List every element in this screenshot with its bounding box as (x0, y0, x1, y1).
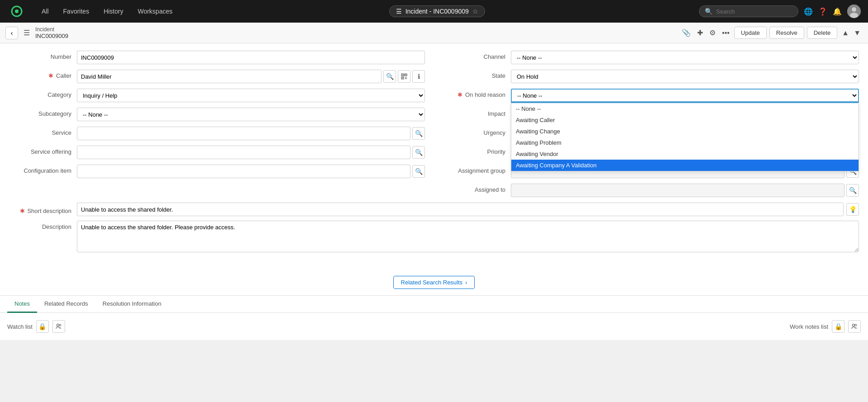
menu-icon[interactable]: ☰ (24, 28, 30, 37)
caller-qr-icon[interactable] (398, 70, 410, 83)
short-description-row: ✱ Short description 💡 (9, 203, 859, 216)
category-select[interactable]: Inquiry / Help Software Hardware Network (77, 89, 425, 102)
watchlist-lock-icon[interactable]: 🔒 (36, 320, 49, 333)
caller-required-star: ✱ (48, 72, 53, 79)
short-description-control: 💡 (77, 203, 859, 216)
settings-icon[interactable]: ⚙ (708, 27, 717, 39)
incident-pill[interactable]: ☰ Incident - INC0009009 ☆ (389, 5, 485, 17)
bell-icon[interactable]: 🔔 (833, 7, 842, 16)
description-textarea[interactable]: Unable to access the shared folder. Plea… (77, 221, 859, 252)
config-item-input[interactable] (77, 165, 410, 178)
logo[interactable] (7, 4, 26, 19)
add-to-favorites-icon[interactable]: ✚ (695, 27, 705, 39)
more-icon[interactable]: ••• (720, 27, 731, 39)
service-row: Service 🔍 (9, 127, 425, 141)
dropdown-option-awaiting-vendor[interactable]: Awaiting Vendor (511, 148, 859, 160)
update-button[interactable]: Update (734, 27, 767, 39)
nav-favorites[interactable]: Favorites (61, 6, 92, 17)
up-arrow[interactable]: ▲ (840, 27, 851, 39)
svg-point-4 (852, 7, 856, 12)
search-icon: 🔍 (705, 8, 712, 15)
short-desc-required-star: ✱ (20, 208, 25, 214)
service-control: 🔍 (77, 127, 425, 140)
service-search-icon[interactable]: 🔍 (412, 127, 425, 140)
tab-resolution-information[interactable]: Resolution Information (95, 296, 169, 313)
tab-related-records[interactable]: Related Records (37, 296, 95, 313)
search-box[interactable]: 🔍 (699, 5, 798, 17)
down-arrow[interactable]: ▼ (852, 27, 863, 39)
hamburger-icon: ☰ (396, 8, 402, 15)
description-control: Unable to access the shared folder. Plea… (77, 221, 859, 254)
avatar[interactable] (847, 5, 861, 18)
on-hold-dropdown-container: -- None -- -- None -- Awaiting Caller Aw… (511, 89, 859, 102)
star-icon[interactable]: ☆ (472, 8, 478, 15)
sub-nav-actions: 📎 ✚ ⚙ ••• Update Resolve Delete ▲ ▼ (680, 27, 863, 39)
service-offering-search-icon[interactable]: 🔍 (412, 146, 425, 159)
search-input[interactable] (716, 8, 793, 15)
category-control: Inquiry / Help Software Hardware Network (77, 89, 425, 102)
dropdown-option-awaiting-caller[interactable]: Awaiting Caller (511, 114, 859, 126)
nav-history[interactable]: History (101, 6, 126, 17)
caller-info-icon[interactable]: ℹ (412, 70, 425, 83)
svg-rect-11 (402, 78, 403, 79)
work-notes-lock-icon[interactable]: 🔒 (832, 320, 844, 333)
priority-label: Priority (443, 146, 511, 155)
number-control (77, 51, 425, 64)
nav-workspaces[interactable]: Workspaces (135, 6, 175, 17)
dropdown-option-awaiting-change[interactable]: Awaiting Change (511, 126, 859, 137)
help-icon[interactable]: ❓ (818, 7, 827, 16)
nav-arrows: ▲ ▼ (840, 27, 863, 39)
channel-select[interactable]: -- None -- Email Phone Self-service Walk… (511, 51, 859, 64)
short-desc-lightbulb-icon[interactable]: 💡 (846, 203, 859, 216)
impact-label: Impact (443, 108, 511, 117)
attach-icon[interactable]: 📎 (680, 27, 693, 39)
breadcrumb-id: INC0009009 (35, 33, 68, 39)
caller-input[interactable] (77, 70, 382, 83)
resolve-button[interactable]: Resolve (769, 27, 804, 39)
caller-search-icon[interactable]: 🔍 (383, 70, 396, 83)
on-hold-reason-row: ✱ On hold reason -- None -- -- None -- A… (443, 89, 859, 103)
svg-point-5 (850, 13, 858, 18)
tabs-bar: Notes Related Records Resolution Informa… (0, 296, 868, 313)
svg-rect-14 (405, 78, 406, 79)
watchlist-users-icon[interactable] (52, 320, 65, 333)
work-notes-section: Work notes list 🔒 (436, 320, 861, 333)
assigned-to-label: Assigned to (443, 184, 511, 193)
work-notes-users-icon[interactable] (848, 320, 861, 333)
nav-all[interactable]: All (39, 6, 52, 17)
svg-point-16 (57, 324, 59, 326)
dropdown-option-awaiting-problem[interactable]: Awaiting Problem (511, 137, 859, 148)
config-item-row: Configuration item 🔍 (9, 165, 425, 179)
assigned-to-input[interactable] (511, 184, 844, 197)
dropdown-option-awaiting-company[interactable]: Awaiting Company A Validation (511, 160, 859, 171)
svg-rect-13 (406, 77, 407, 78)
tabs-section: Notes Related Records Resolution Informa… (0, 295, 868, 340)
svg-point-2 (15, 9, 19, 13)
config-item-search-icon[interactable]: 🔍 (412, 165, 425, 178)
config-item-control: 🔍 (77, 165, 425, 178)
config-item-input-group: 🔍 (77, 165, 425, 178)
globe-icon[interactable]: 🌐 (804, 7, 813, 16)
config-item-label: Configuration item (9, 165, 77, 174)
assigned-to-input-group: 🔍 (511, 184, 859, 197)
state-select[interactable]: New In Progress On Hold Resolved Closed … (511, 70, 859, 83)
service-offering-input[interactable] (77, 146, 410, 159)
short-description-input[interactable] (77, 203, 844, 216)
number-input[interactable] (77, 51, 425, 64)
back-button[interactable]: ‹ (5, 27, 18, 39)
related-search-button[interactable]: Related Search Results › (393, 276, 475, 289)
service-input[interactable] (77, 127, 410, 140)
svg-point-19 (855, 324, 857, 326)
caller-row: ✱ Caller 🔍 (9, 70, 425, 84)
subcategory-select[interactable]: -- None -- (77, 108, 425, 121)
delete-button[interactable]: Delete (807, 27, 838, 39)
assigned-to-row: Assigned to 🔍 (443, 184, 859, 198)
related-search-label: Related Search Results (401, 279, 463, 286)
tab-notes[interactable]: Notes (7, 296, 37, 313)
assigned-to-search-icon[interactable]: 🔍 (846, 184, 859, 197)
dropdown-option-none[interactable]: -- None -- (511, 103, 859, 114)
svg-point-17 (59, 324, 61, 326)
short-description-label: ✱ Short description (9, 205, 77, 214)
on-hold-reason-select[interactable]: -- None -- (511, 89, 859, 102)
svg-point-18 (853, 324, 855, 326)
